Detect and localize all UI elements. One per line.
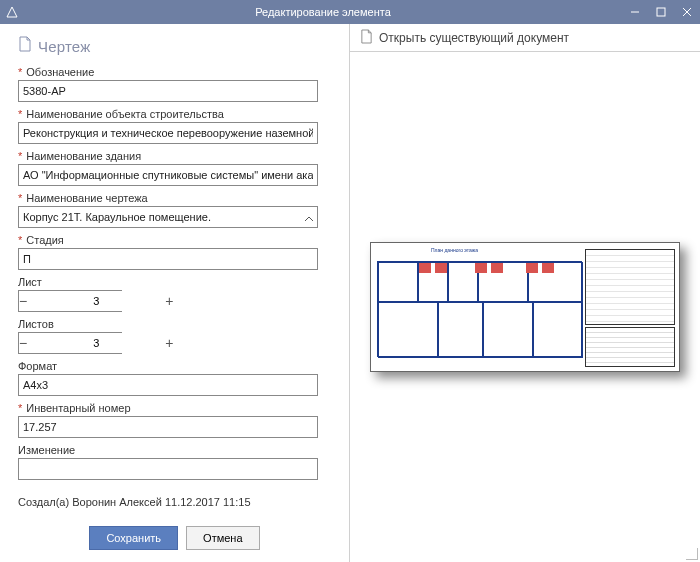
field-revision: Изменение (18, 444, 331, 480)
field-inventory-no: *Инвентарный номер (18, 402, 331, 438)
field-sheet: Лист − + (18, 276, 331, 312)
input-building[interactable] (18, 164, 318, 186)
label-designation: Обозначение (26, 66, 94, 78)
input-revision[interactable] (18, 458, 318, 480)
input-format[interactable] (18, 374, 318, 396)
app-icon (0, 0, 24, 24)
document-icon (18, 36, 32, 56)
open-existing-link[interactable]: Открыть существующий документ (350, 24, 700, 52)
created-by-line: Создал(а) Воронин Алексей 11.12.2017 11:… (18, 496, 331, 508)
required-star: * (18, 150, 22, 162)
cancel-button[interactable]: Отмена (186, 526, 259, 550)
label-building: Наименование здания (26, 150, 141, 162)
maximize-button[interactable] (648, 0, 674, 24)
preview-spec-table (585, 249, 675, 325)
drawing-preview[interactable]: План данного этажа (370, 242, 680, 372)
input-inventory-no[interactable] (18, 416, 318, 438)
field-designation: *Обозначение (18, 66, 331, 102)
form-heading-text: Чертеж (38, 38, 90, 55)
field-stage: *Стадия (18, 234, 331, 270)
field-sheets-total: Листов − + (18, 318, 331, 354)
preview-pane: Открыть существующий документ План данно… (350, 24, 700, 562)
label-sheets-total: Листов (18, 318, 54, 330)
input-designation[interactable] (18, 80, 318, 102)
svg-rect-1 (657, 8, 665, 16)
sheet-decrement-button[interactable]: − (19, 291, 27, 311)
close-button[interactable] (674, 0, 700, 24)
input-sheets-total[interactable] (27, 333, 165, 353)
sheets-total-increment-button[interactable]: + (165, 333, 173, 353)
save-button[interactable]: Сохранить (89, 526, 178, 550)
label-format: Формат (18, 360, 57, 372)
label-sheet: Лист (18, 276, 42, 288)
window-title: Редактирование элемента (24, 6, 622, 18)
required-star: * (18, 234, 22, 246)
label-construction-object: Наименование объекта строительства (26, 108, 224, 120)
field-building: *Наименование здания (18, 150, 331, 186)
window-controls (622, 0, 700, 24)
form-buttons: Сохранить Отмена (18, 526, 331, 550)
input-sheet[interactable] (27, 291, 165, 311)
required-star: * (18, 66, 22, 78)
form-heading: Чертеж (18, 36, 331, 56)
preview-floorplan (377, 261, 582, 357)
resize-grip-icon[interactable] (686, 548, 698, 560)
label-revision: Изменение (18, 444, 75, 456)
minimize-button[interactable] (622, 0, 648, 24)
stepper-sheet: − + (18, 290, 122, 312)
required-star: * (18, 192, 22, 204)
label-inventory-no: Инвентарный номер (26, 402, 130, 414)
document-icon (360, 29, 373, 47)
field-construction-object: *Наименование объекта строительства (18, 108, 331, 144)
titlebar: Редактирование элемента (0, 0, 700, 24)
input-stage[interactable] (18, 248, 318, 270)
select-drawing-name[interactable] (18, 206, 318, 228)
sheet-increment-button[interactable]: + (165, 291, 173, 311)
required-star: * (18, 108, 22, 120)
field-format: Формат (18, 360, 331, 396)
required-star: * (18, 402, 22, 414)
input-construction-object[interactable] (18, 122, 318, 144)
sheets-total-decrement-button[interactable]: − (19, 333, 27, 353)
field-drawing-name: *Наименование чертежа (18, 192, 331, 228)
preview-title-block (585, 327, 675, 367)
label-stage: Стадия (26, 234, 64, 246)
form-pane: Чертеж *Обозначение *Наименование объект… (0, 24, 350, 562)
preview-title: План данного этажа (431, 247, 478, 253)
stepper-sheets-total: − + (18, 332, 122, 354)
open-existing-label: Открыть существующий документ (379, 31, 569, 45)
label-drawing-name: Наименование чертежа (26, 192, 147, 204)
